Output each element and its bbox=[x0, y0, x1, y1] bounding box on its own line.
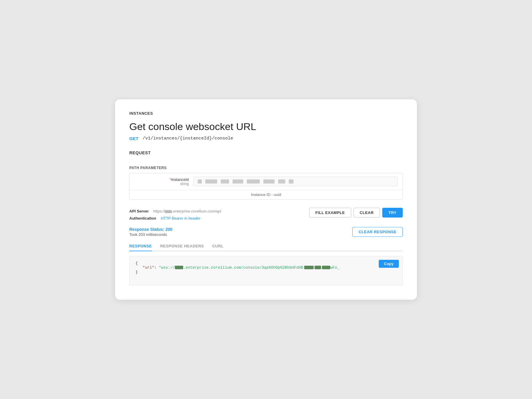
fill-example-button[interactable]: FILL EXAMPLE bbox=[309, 208, 351, 218]
redacted-val-4 bbox=[322, 266, 330, 269]
server-line: API Server https://.enterprise.corellium… bbox=[129, 208, 221, 215]
auth-link[interactable]: HTTP Bearer in header bbox=[161, 216, 200, 220]
copy-button[interactable]: Copy bbox=[379, 260, 399, 268]
redacted-1 bbox=[198, 179, 202, 184]
server-label: API Server bbox=[129, 209, 149, 213]
request-section-label: REQUEST bbox=[129, 150, 403, 155]
response-body: Copy { "url": "wss://.enterprise.corelli… bbox=[129, 256, 403, 286]
param-desc-row: Instance ID - uuid bbox=[130, 190, 402, 199]
redacted-val-3 bbox=[315, 266, 321, 269]
redacted-4 bbox=[233, 179, 243, 184]
response-status-row: Response Status: 200 Took 203 millisecon… bbox=[129, 227, 403, 237]
server-url: https://.enterprise.corellium.com/api bbox=[153, 209, 221, 213]
redacted-6 bbox=[263, 179, 275, 184]
response-time: Took 203 milliseconds bbox=[129, 232, 173, 237]
param-row: *instanceId string bbox=[130, 173, 402, 190]
tab-curl[interactable]: CURL bbox=[212, 241, 223, 251]
param-type: string bbox=[134, 182, 189, 186]
redacted-3 bbox=[221, 179, 229, 184]
redacted-val-1 bbox=[175, 266, 183, 269]
redacted-2 bbox=[205, 179, 217, 184]
auth-line: Authentication HTTP Bearer in header bbox=[129, 215, 221, 222]
page-title: Get console websocket URL bbox=[129, 121, 403, 132]
tab-response[interactable]: RESPONSE bbox=[129, 241, 152, 251]
redacted-url bbox=[165, 210, 172, 213]
action-buttons: FILL EXAMPLE CLEAR TRY bbox=[309, 208, 403, 218]
redacted-8 bbox=[289, 179, 294, 184]
auth-label: Authentication bbox=[129, 216, 156, 220]
clear-button[interactable]: CLEAR bbox=[354, 208, 380, 218]
json-line-open: { bbox=[136, 261, 396, 265]
json-line-close: } bbox=[136, 270, 396, 274]
server-auth-left: API Server https://.enterprise.corellium… bbox=[129, 208, 221, 222]
response-status-left: Response Status: 200 Took 203 millisecon… bbox=[129, 227, 173, 237]
clear-response-container: CLEAR RESPONSE bbox=[352, 227, 403, 237]
clear-response-button[interactable]: CLEAR RESPONSE bbox=[352, 227, 403, 237]
http-method: GET bbox=[129, 136, 138, 141]
param-input-col bbox=[194, 177, 398, 186]
server-auth-row: API Server https://.enterprise.corellium… bbox=[129, 208, 403, 222]
main-card: INSTANCES Get console websocket URL GET … bbox=[115, 99, 417, 300]
response-tabs: RESPONSE RESPONSE HEADERS CURL bbox=[129, 241, 403, 251]
endpoint-line: GET /v1/instances/{instanceId}/console bbox=[129, 136, 403, 141]
try-button[interactable]: TRY bbox=[382, 208, 403, 218]
redacted-5 bbox=[247, 179, 260, 184]
redacted-7 bbox=[278, 179, 285, 184]
param-label: *instanceId string bbox=[134, 177, 194, 186]
param-description: Instance ID - uuid bbox=[251, 192, 281, 197]
redacted-val-2 bbox=[304, 266, 314, 269]
json-line-url: "url": "wss://.enterprise.corellium.com/… bbox=[136, 265, 396, 270]
tab-response-headers[interactable]: RESPONSE HEADERS bbox=[160, 241, 204, 251]
instances-section-label: INSTANCES bbox=[129, 111, 403, 116]
response-status: Response Status: 200 bbox=[129, 227, 173, 232]
param-name: instanceId bbox=[171, 177, 189, 182]
path-params-label: PATH PARAMETERS bbox=[129, 166, 403, 170]
params-table: *instanceId string Instance ID - uuid bbox=[129, 173, 403, 200]
endpoint-path: /v1/instances/{instanceId}/console bbox=[143, 136, 233, 141]
